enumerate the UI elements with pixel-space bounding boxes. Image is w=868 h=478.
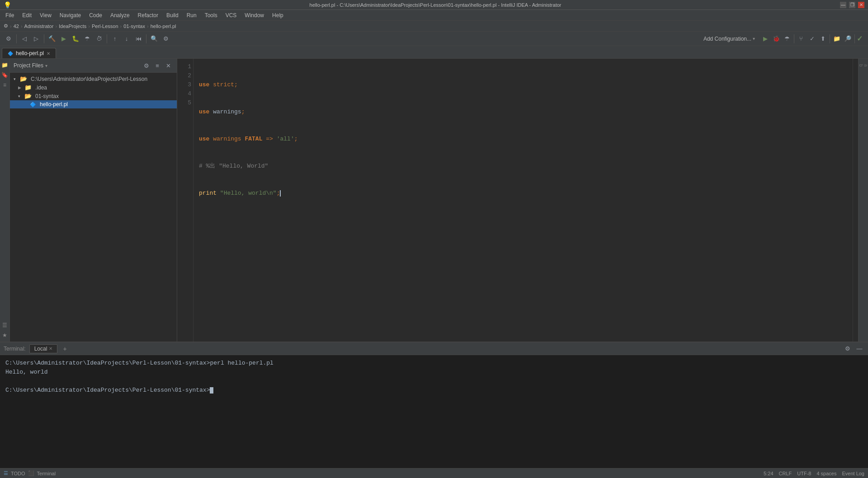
toolbar-run-right-icon[interactable]: ▶	[760, 34, 770, 44]
nav-item-5[interactable]: 01-syntax	[123, 23, 145, 29]
toolbar-debug-right-icon[interactable]: 🐞	[771, 34, 781, 44]
add-configuration-button[interactable]: Add Configuration... ▾	[700, 34, 759, 43]
cursor-position[interactable]: 5:24	[764, 471, 773, 476]
indent-info[interactable]: 4 spaces	[816, 471, 836, 476]
toolbar-vcs-icon[interactable]: ↑	[110, 34, 120, 44]
toolbar-coverage-right-icon[interactable]: ☂	[782, 34, 792, 44]
nav-item-1[interactable]: 42	[14, 23, 19, 29]
nav-sep-6: ›	[147, 23, 149, 29]
terminal-minimize-icon[interactable]: —	[854, 344, 864, 354]
toolbar-coverage-icon[interactable]: ☂	[82, 34, 92, 44]
todo-icon[interactable]: ☰	[4, 470, 8, 476]
menu-item-edit[interactable]: Edit	[19, 11, 35, 19]
toolbar: ⚙ ◁ ▷ 🔨 ▶ 🐛 ☂ ⏱ ↑ ↓ ⏮ 🔍 ⚙ Add Configurat…	[0, 32, 868, 46]
menu-item-window[interactable]: Window	[241, 11, 268, 19]
menu-item-run[interactable]: Run	[183, 11, 200, 19]
menu-item-file[interactable]: File	[2, 11, 18, 19]
tab-close-icon[interactable]: ✕	[47, 51, 50, 56]
terminal-status-icon[interactable]: ⬛	[28, 470, 34, 476]
toolbar-settings-icon[interactable]: ⚙	[161, 34, 171, 44]
title-bar: 💡 hello-perl.pl - C:\Users\Administrator…	[0, 0, 868, 10]
nav-item-4[interactable]: Perl-Lesson	[92, 23, 118, 29]
line-ending[interactable]: CRLF	[779, 471, 792, 476]
toolbar-push-icon[interactable]: ⬆	[818, 34, 828, 44]
menu-item-help[interactable]: Help	[269, 11, 287, 19]
terminal-header-label: Terminal:	[4, 346, 26, 352]
project-panel: Project Files ▾ ⚙ ≡ ✕ ▾📂C:\Users\Adminis…	[10, 59, 177, 342]
close-button[interactable]: ✕	[858, 2, 864, 8]
encoding[interactable]: UTF-8	[797, 471, 811, 476]
menu-item-vcs[interactable]: VCS	[222, 11, 241, 19]
tree-item-1[interactable]: ▶📁.idea	[10, 83, 177, 92]
toolbar-forward-icon[interactable]: ▷	[31, 34, 41, 44]
toolbar-build-icon[interactable]: 🔨	[47, 34, 57, 44]
menu-item-tools[interactable]: Tools	[201, 11, 221, 19]
project-header: Project Files ▾ ⚙ ≡ ✕	[10, 59, 177, 73]
line-num-4: 4	[179, 89, 191, 98]
toolbar-update-icon[interactable]: ↓	[122, 34, 132, 44]
terminal-content[interactable]: C:\Users\Administrator\IdeaProjects\Perl…	[0, 355, 868, 468]
toolbar-home-icon[interactable]: ⚙	[4, 34, 14, 44]
event-log[interactable]: Event Log	[842, 471, 864, 476]
toolbar-debug-icon[interactable]: 🐛	[71, 34, 80, 44]
sidebar-favorites-icon[interactable]: ★	[0, 331, 9, 340]
tree-item-3[interactable]: ▶🔷hello-perl.pl	[10, 100, 177, 108]
tree-label-3: hello-perl.pl	[40, 101, 68, 108]
toolbar-back-icon[interactable]: ◁	[19, 34, 29, 44]
add-config-dropdown-arrow: ▾	[753, 36, 755, 41]
right-database-icon[interactable]: Database	[859, 61, 868, 71]
menu-item-navigate[interactable]: Navigate	[56, 11, 85, 19]
sidebar-structure-icon[interactable]: ≡	[0, 80, 9, 89]
line-num-2: 2	[179, 71, 191, 80]
terminal-add-button[interactable]: +	[61, 345, 68, 352]
toolbar-git-icon[interactable]: ⑂	[796, 34, 806, 44]
restore-button[interactable]: ❐	[849, 2, 855, 8]
nav-item-2[interactable]: Administrator	[24, 23, 54, 29]
toolbar-commit-icon[interactable]: ✓	[807, 34, 817, 44]
project-header-left: Project Files ▾	[14, 62, 47, 69]
code-content[interactable]: use strict; use warnings; use warnings F…	[193, 59, 853, 342]
code-line-3: use warnings FATAL => 'all';	[199, 135, 847, 144]
terminal-settings-icon[interactable]: ⚙	[843, 344, 853, 354]
tab-label: hello-perl.pl	[16, 50, 44, 56]
sidebar-bookmarks-icon[interactable]: 🔖	[0, 70, 9, 80]
code-line-5: print "Hello, world\n";	[199, 189, 847, 198]
sidebar-todo-icon[interactable]: ☰	[0, 321, 9, 330]
toolbar-folder-icon[interactable]: 📁	[832, 34, 842, 44]
tree-item-0[interactable]: ▾📂C:\Users\Administrator\IdeaProjects\Pe…	[10, 75, 177, 83]
project-header-dropdown[interactable]: ▾	[45, 63, 47, 68]
terminal-tab-close[interactable]: ✕	[49, 346, 52, 351]
todo-label[interactable]: TODO	[11, 471, 25, 476]
menu-item-code[interactable]: Code	[85, 11, 106, 19]
toolbar-profile-icon[interactable]: ⏱	[94, 34, 104, 44]
file-tab-hello-perl[interactable]: 🔷 hello-perl.pl ✕	[2, 48, 56, 58]
nav-item-6[interactable]: hello-perl.pl	[151, 23, 176, 29]
project-settings-icon[interactable]: ⚙	[142, 61, 151, 70]
nav-item-3[interactable]: IdeaProjects	[59, 23, 86, 29]
terminal-tab-local[interactable]: Local ✕	[29, 344, 58, 353]
line-num-5: 5	[179, 98, 191, 108]
nav-item-0[interactable]: ⚙	[4, 23, 8, 29]
menu-item-analyze[interactable]: Analyze	[107, 11, 133, 19]
project-gear-icon[interactable]: ≡	[152, 61, 162, 70]
code-line-4: # %出 "Hello, World"	[199, 162, 847, 171]
project-header-label: Project Files	[14, 62, 43, 69]
minimize-button[interactable]: —	[840, 2, 846, 8]
app-icon: 💡	[4, 1, 11, 9]
project-close-icon[interactable]: ✕	[163, 61, 173, 70]
terminal-area: Terminal: Local ✕ + ⚙ — C:\Users\Adminis…	[0, 342, 868, 468]
sidebar-project-icon[interactable]: 📁	[0, 61, 9, 70]
left-sidebar: 📁 🔖 ≡ ☰ ★	[0, 59, 10, 342]
toolbar-find-icon[interactable]: 🔎	[843, 34, 853, 44]
menu-item-refactor[interactable]: Refactor	[134, 11, 162, 19]
menu-item-build[interactable]: Build	[163, 11, 182, 19]
toolbar-search-icon[interactable]: 🔍	[149, 34, 159, 44]
toolbar-history-icon[interactable]: ⏮	[133, 34, 143, 44]
menu-item-view[interactable]: View	[36, 11, 55, 19]
tree-item-2[interactable]: ▾📂01-syntax	[10, 92, 177, 100]
terminal-status-label[interactable]: Terminal	[37, 471, 56, 476]
status-left: ☰ TODO ⬛ Terminal	[4, 470, 56, 476]
toolbar-run-icon[interactable]: ▶	[59, 34, 69, 44]
folder-icon-0: 📂	[20, 75, 27, 82]
code-editor[interactable]: 1 2 3 4 5 use strict; use warnings; use …	[177, 59, 858, 342]
